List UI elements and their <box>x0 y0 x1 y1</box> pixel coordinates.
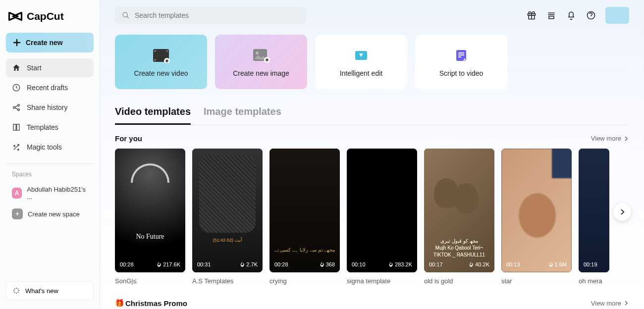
fire-icon <box>320 262 324 267</box>
template-item[interactable]: 00:19 oh mera <box>579 149 609 285</box>
action-cards: Create new video Create new image Intell… <box>115 35 629 89</box>
nav-share-history[interactable]: Share history <box>6 98 94 117</box>
new-image-label: Create new image <box>233 69 289 77</box>
search-icon <box>122 11 130 19</box>
topbar <box>115 7 629 24</box>
plus-icon: + <box>12 208 23 219</box>
for-you-header: For you View more <box>115 134 629 143</box>
nav-start[interactable]: Start <box>6 58 94 77</box>
script-to-video-card[interactable]: AI Script to video <box>415 35 507 89</box>
create-new-label: Create new <box>26 39 63 47</box>
nav-recent-drafts[interactable]: Recent drafts <box>6 78 94 97</box>
avatar[interactable] <box>605 7 629 24</box>
gift-icon[interactable] <box>526 10 537 21</box>
sparkle-icon <box>12 287 20 295</box>
chevron-right-icon <box>623 136 629 142</box>
view-more-promo[interactable]: View more <box>591 300 629 307</box>
whats-new-button[interactable]: What's new <box>6 281 94 300</box>
template-name: oh mera <box>579 277 609 285</box>
clock-icon <box>12 83 21 92</box>
duration: 00:17 <box>429 261 443 267</box>
intelligent-edit-card[interactable]: Intelligent edit <box>315 35 407 89</box>
template-name: crying <box>269 277 340 285</box>
template-item[interactable]: 00:28368 crying <box>269 149 340 285</box>
template-name: A.S Templates <box>192 277 263 285</box>
whats-new-label: What's new <box>25 287 58 295</box>
template-item[interactable]: 00:312.7K A.S Templates <box>192 149 263 285</box>
fire-icon <box>388 262 393 267</box>
svg-text:AI: AI <box>463 57 467 62</box>
promo-title-text: Christmas Promo <box>125 299 187 308</box>
search-input[interactable] <box>135 11 299 19</box>
duration: 00:19 <box>584 261 597 267</box>
template-item[interactable]: 00:131.6M star <box>501 149 572 285</box>
bell-icon[interactable] <box>566 10 577 21</box>
main-content: Create new video Create new image Intell… <box>100 0 644 309</box>
help-icon[interactable] <box>586 10 596 21</box>
divider <box>6 163 94 164</box>
gift-emoji: 🎁 <box>115 299 124 308</box>
intelligent-icon <box>352 47 370 64</box>
next-arrow-button[interactable] <box>613 203 631 221</box>
svg-point-6 <box>123 12 127 17</box>
svg-point-17 <box>256 52 259 54</box>
nav-templates[interactable]: Templates <box>6 118 94 137</box>
space-avatar: A <box>12 188 22 199</box>
nav-magic-label: Magic tools <box>27 143 62 151</box>
spaces-heading: Spaces <box>6 171 94 182</box>
template-item[interactable]: 00:28217.6K SonG|≤ <box>115 149 185 285</box>
primary-nav: Start Recent drafts Share history Templa… <box>6 58 94 156</box>
svg-rect-11 <box>154 50 156 52</box>
image-icon <box>252 47 270 64</box>
template-item[interactable]: 00:10283.2K sigma template <box>347 149 417 285</box>
svg-rect-5 <box>17 124 19 130</box>
use-count: 40.2K <box>475 261 489 267</box>
christmas-promo-header: 🎁Christmas Promo View more <box>115 299 629 308</box>
duration: 00:13 <box>506 261 520 267</box>
use-count: 283.2K <box>395 261 412 267</box>
create-new-space[interactable]: + Create new space <box>6 205 94 223</box>
create-new-video-card[interactable]: Create new video <box>115 35 207 89</box>
logo[interactable]: CapCut <box>6 9 94 33</box>
template-name: old is gold <box>424 277 494 285</box>
view-more-for-you[interactable]: View more <box>591 135 629 142</box>
nav-magic-tools[interactable]: Magic tools <box>6 138 94 156</box>
capcut-logo-icon <box>8 9 23 24</box>
use-count: 368 <box>326 261 335 267</box>
svg-rect-13 <box>166 50 168 52</box>
magic-icon <box>12 143 21 152</box>
video-icon <box>152 47 170 64</box>
search-box[interactable] <box>115 7 306 24</box>
for-you-title: For you <box>115 134 142 143</box>
nav-start-label: Start <box>27 64 42 72</box>
template-name: SonG|≤ <box>115 277 185 285</box>
duration: 00:28 <box>120 261 134 267</box>
nav-recent-label: Recent drafts <box>27 84 68 92</box>
template-name: sigma template <box>347 277 417 285</box>
create-new-image-card[interactable]: Create new image <box>215 35 307 89</box>
fire-icon <box>157 262 161 267</box>
christmas-promo-title: 🎁Christmas Promo <box>115 299 187 308</box>
space-user[interactable]: A Abdullah Habib251's ... <box>6 182 94 205</box>
templates-icon <box>12 123 21 132</box>
home-icon <box>12 63 21 72</box>
template-item[interactable]: 00:1740.2K old is gold <box>424 149 494 285</box>
tab-image-templates[interactable]: Image templates <box>204 106 281 125</box>
archive-icon[interactable] <box>546 10 557 21</box>
svg-rect-4 <box>13 124 16 130</box>
chevron-right-icon <box>619 208 626 215</box>
create-new-button[interactable]: Create new <box>6 33 94 52</box>
share-icon <box>12 103 21 112</box>
script-icon: AI <box>452 47 470 64</box>
tab-video-templates[interactable]: Video templates <box>115 106 191 125</box>
view-more-label: View more <box>591 300 621 307</box>
nav-templates-label: Templates <box>27 123 58 131</box>
sidebar: CapCut Create new Start Recent drafts Sh… <box>0 0 100 309</box>
use-count: 217.6K <box>163 261 180 267</box>
duration: 00:28 <box>274 261 288 267</box>
intelligent-label: Intelligent edit <box>340 69 382 77</box>
template-tabs: Video templates Image templates <box>115 106 629 125</box>
logo-text: CapCut <box>27 10 64 22</box>
chevron-right-icon <box>623 300 629 306</box>
nav-share-label: Share history <box>27 103 67 111</box>
